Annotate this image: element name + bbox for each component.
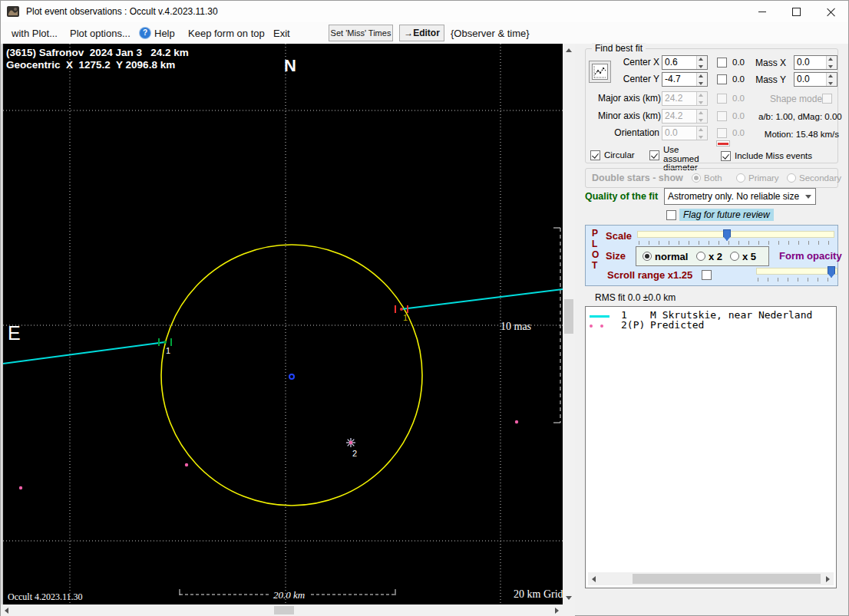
center-x-input[interactable]: 0.6: [662, 55, 708, 70]
vertical-scroll-thumb[interactable]: [564, 299, 573, 334]
close-icon: [827, 8, 835, 16]
scroll-up-icon[interactable]: [566, 48, 572, 52]
plot-canvas[interactable]: (3615) Safronov 2024 Jan 3 24.2 km Geoce…: [3, 44, 564, 604]
scale-slider[interactable]: [637, 229, 834, 246]
quality-fit-label: Quality of the fit: [585, 191, 658, 202]
predicted-legend-dot: [590, 324, 593, 328]
geocenter-marker: [289, 374, 294, 379]
scroll-left-icon[interactable]: [592, 576, 596, 582]
menu-exit[interactable]: Exit: [273, 28, 290, 39]
plot-vertical-scrollbar[interactable]: [563, 44, 575, 604]
fix-center-y-checkbox[interactable]: [717, 74, 727, 84]
mass-x-input[interactable]: 0.0: [794, 55, 837, 70]
fix-major-axis-checkbox: [717, 94, 727, 104]
rms-fit-text: RMS fit 0.0 ±0.0 km: [595, 292, 676, 303]
form-opacity-slider[interactable]: [756, 266, 837, 283]
scroll-right-icon[interactable]: [555, 608, 559, 614]
size-x2-radio[interactable]: [696, 252, 705, 261]
legend-scroll-thumb[interactable]: [633, 574, 821, 584]
fix-center-y-value: 0.0: [732, 74, 745, 84]
spinner-up-button[interactable]: [697, 56, 707, 63]
quality-fit-combobox[interactable]: Astrometry only. No reliable size: [664, 188, 816, 205]
spinner-down-button[interactable]: [697, 80, 707, 87]
predicted-path-dot: [515, 420, 518, 423]
center-y-input[interactable]: -4.7: [662, 72, 708, 87]
spinner-up-button[interactable]: [697, 73, 707, 80]
chord1-legend-swatch: [590, 315, 609, 318]
flag-review-checkbox[interactable]: [666, 210, 676, 220]
set-miss-times-button[interactable]: Set 'Miss' Times: [329, 25, 393, 41]
plot-horizontal-scrollbar[interactable]: [1, 604, 563, 616]
major-axis-input: 24.2: [662, 91, 708, 106]
menubar: with Plot... Plot options... ? Help Keep…: [1, 22, 848, 44]
circular-label: Circular: [604, 150, 635, 160]
observer-time-label: {Observer & time}: [451, 28, 530, 39]
spinner-down-button[interactable]: [697, 63, 707, 70]
size-normal-radio[interactable]: [643, 252, 652, 261]
scroll-left-icon[interactable]: [5, 608, 8, 614]
flag-review-label: Flag for future review: [679, 209, 774, 221]
scroll-range-checkbox[interactable]: [702, 270, 712, 280]
plot-area[interactable]: (3615) Safronov 2024 Jan 3 24.2 km Geoce…: [2, 44, 564, 604]
include-miss-events-checkbox[interactable]: [721, 151, 731, 161]
maximize-button[interactable]: [779, 1, 814, 22]
grid-scale-label: 20 km Grid: [514, 588, 563, 600]
double-secondary-radio: [787, 173, 796, 183]
minimize-icon: [758, 12, 766, 12]
use-assumed-diameter-checkbox[interactable]: [649, 150, 659, 160]
chord-end-dot: [400, 308, 403, 311]
menu-with-plot[interactable]: with Plot...: [12, 28, 58, 39]
minor-axis-label: Minor axis (km): [598, 110, 659, 121]
scroll-right-icon[interactable]: [826, 576, 830, 582]
shape-model-checkbox: [822, 94, 832, 104]
ab-dmag-text: a/b: 1.00, dMag: 0.00: [758, 112, 839, 121]
fix-orientation-checkbox: [717, 128, 727, 138]
find-best-fit-group: Find best fit Center X 0.6 0.0 Mass X: [585, 48, 838, 163]
predicted-event-dot: [349, 441, 352, 444]
spinner-down-button[interactable]: [827, 80, 837, 87]
double-primary-radio: [736, 173, 745, 183]
observation-chord: [401, 289, 563, 309]
close-button[interactable]: [814, 1, 848, 22]
east-label: E: [8, 322, 21, 344]
plot-geometry: [3, 44, 564, 604]
predicted-point-label: 2: [352, 449, 357, 458]
combo-dropdown-icon[interactable]: [805, 195, 811, 199]
horizontal-scroll-thumb[interactable]: [274, 606, 294, 614]
editor-button[interactable]: →Editor: [399, 25, 444, 41]
minor-axis-input: 24.2: [662, 109, 708, 124]
chord1-start-label: 1: [166, 346, 170, 355]
size-x2-label: x 2: [709, 251, 722, 262]
minimize-button[interactable]: [745, 1, 779, 22]
plot-version-label: Occult 4.2023.11.30: [8, 591, 83, 602]
scale-slider-thumb[interactable]: [723, 229, 731, 241]
km-scale-label: 20.0 km: [273, 589, 305, 601]
scroll-down-icon[interactable]: [566, 596, 572, 600]
legend-horizontal-scrollbar[interactable]: [588, 572, 834, 585]
observations-legend-list[interactable]: 1 M Skrutskie, near Nederland 2(P) Predi…: [585, 306, 837, 588]
include-miss-events-label: Include Miss events: [735, 151, 812, 160]
double-both-label: Both: [704, 173, 722, 183]
center-y-label: Center Y: [598, 74, 659, 84]
form-opacity-slider-thumb[interactable]: [828, 266, 835, 278]
north-label: N: [284, 56, 296, 75]
scroll-range-label: Scroll range x1.25: [607, 269, 692, 281]
plot-letter-l: L: [592, 239, 597, 249]
menu-plot-options[interactable]: Plot options...: [70, 28, 130, 39]
double-secondary-label: Secondary: [799, 173, 841, 183]
control-panel: Find best fit Center X 0.6 0.0 Mass X: [580, 44, 848, 615]
menu-keep-on-top[interactable]: Keep form on top: [188, 28, 265, 39]
mass-y-label: Mass Y: [755, 74, 786, 85]
spinner-up-button[interactable]: [827, 73, 837, 80]
spinner-down-button[interactable]: [827, 63, 837, 70]
circular-checkbox[interactable]: [590, 150, 600, 160]
spinner-up-button[interactable]: [827, 56, 837, 63]
scrollbar-corner: [563, 604, 575, 616]
size-x5-radio[interactable]: [730, 252, 739, 261]
mass-y-input[interactable]: 0.0: [794, 72, 837, 87]
fix-center-x-checkbox[interactable]: [717, 58, 727, 68]
miss-color-swatch: [716, 140, 730, 147]
menu-help[interactable]: Help: [154, 28, 175, 39]
chord-end-dot: [164, 341, 167, 344]
size-radio-group: normal x 2 x 5: [636, 246, 769, 266]
